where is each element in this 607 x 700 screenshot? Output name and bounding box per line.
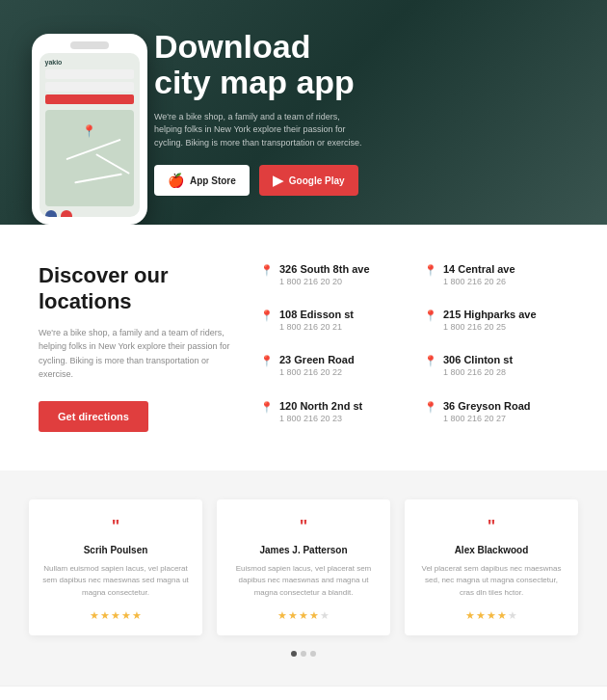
phone-screen-map: 📍	[45, 110, 134, 206]
dot-1[interactable]	[291, 651, 297, 657]
location-info: 14 Central ave 1 800 216 20 26	[443, 263, 515, 286]
get-directions-button[interactable]: Get directions	[39, 401, 148, 432]
location-info: 108 Edisson st 1 800 216 20 21	[279, 309, 354, 332]
location-pin-icon: 📍	[424, 264, 437, 277]
list-item: 📍 215 Highparks ave 1 800 216 20 25	[424, 309, 568, 340]
list-item: 📍 36 Greyson Road 1 800 216 20 27	[424, 400, 568, 432]
dot-2[interactable]	[301, 651, 306, 657]
list-item: 📍 108 Edisson st 1 800 216 20 21	[260, 309, 405, 340]
newsletter-section: Stay in touch, subscribe to our newslett…	[0, 686, 607, 700]
locations-description: We're a bike shop, a family and a team o…	[39, 326, 231, 382]
testimonial-card: " Scrih Poulsen Nullam euismod sapien la…	[29, 499, 202, 635]
location-pin-icon: 📍	[260, 355, 274, 367]
hero-section: yakio 📍 Download city map app	[0, 0, 607, 225]
testimonials-grid: " Scrih Poulsen Nullam euismod sapien la…	[29, 499, 578, 635]
phone-screen-button	[45, 94, 134, 104]
location-phone: 1 800 216 20 25	[443, 322, 537, 332]
phone-icon-gm	[61, 210, 72, 217]
location-phone: 1 800 216 20 26	[443, 277, 515, 286]
locations-title: Discover our locations	[39, 263, 231, 314]
location-phone: 1 800 216 20 20	[279, 277, 370, 286]
hero-content: Download city map app We're a bike shop,…	[154, 29, 366, 196]
location-name: 306 Clinton st	[443, 354, 513, 365]
locations-left-panel: Discover our locations We're a bike shop…	[39, 263, 231, 431]
location-name: 108 Edisson st	[279, 309, 354, 320]
location-name: 215 Highparks ave	[443, 309, 537, 320]
location-info: 306 Clinton st 1 800 216 20 28	[443, 354, 513, 377]
location-info: 326 South 8th ave 1 800 216 20 20	[279, 263, 370, 286]
location-info: 215 Highparks ave 1 800 216 20 25	[443, 309, 537, 332]
locations-grid: 📍 326 South 8th ave 1 800 216 20 20 📍 14…	[260, 263, 568, 431]
location-pin-icon: 📍	[424, 355, 437, 367]
list-item: 📍 14 Central ave 1 800 216 20 26	[424, 263, 568, 295]
testimonials-dots	[29, 651, 578, 657]
apple-icon: 🍎	[168, 173, 184, 188]
testimonial-card: " Alex Blackwood Vel placerat sem dapibu…	[405, 499, 578, 635]
phone-screen-input1	[45, 69, 134, 79]
phone-app-logo: yakio	[45, 59, 134, 66]
location-phone: 1 800 216 20 22	[279, 367, 355, 377]
location-phone: 1 800 216 20 23	[279, 414, 362, 423]
app-store-button[interactable]: 🍎 App Store	[154, 165, 250, 196]
location-pin-icon: 📍	[260, 310, 274, 322]
list-item: 📍 326 South 8th ave 1 800 216 20 20	[260, 263, 405, 295]
list-item: 📍 120 North 2nd st 1 800 216 20 23	[260, 400, 405, 432]
location-name: 14 Central ave	[443, 263, 515, 275]
testimonial-name: James J. Patterson	[230, 545, 377, 555]
location-name: 23 Green Road	[279, 354, 355, 365]
location-phone: 1 800 216 20 27	[443, 414, 530, 423]
quote-icon: "	[230, 517, 377, 537]
quote-icon: "	[418, 517, 565, 537]
testimonial-name: Scrih Poulsen	[42, 545, 189, 555]
star-rating: ★★★★★	[230, 609, 377, 622]
google-play-button[interactable]: ▶ Google Play	[259, 165, 358, 196]
location-phone: 1 800 216 20 21	[279, 322, 354, 332]
testimonial-name: Alex Blackwood	[418, 545, 565, 555]
location-info: 36 Greyson Road 1 800 216 20 27	[443, 400, 530, 423]
location-phone: 1 800 216 20 28	[443, 367, 513, 377]
location-pin-icon: 📍	[260, 401, 274, 414]
phone-screen-input2	[45, 82, 134, 92]
hero-description: We're a bike shop, a family and a team o…	[154, 111, 366, 150]
testimonials-section: " Scrih Poulsen Nullam euismod sapien la…	[0, 471, 607, 686]
dot-3[interactable]	[310, 651, 316, 657]
map-route-line	[66, 139, 120, 160]
map-pin-icon: 📍	[82, 124, 96, 138]
phone-mockup: yakio 📍	[19, 34, 159, 225]
hero-buttons: 🍎 App Store ▶ Google Play	[154, 165, 366, 196]
quote-icon: "	[42, 517, 189, 537]
phone-social-icons	[45, 210, 134, 217]
location-pin-icon: 📍	[424, 310, 437, 322]
star-rating: ★★★★★	[418, 609, 565, 622]
location-info: 23 Green Road 1 800 216 20 22	[279, 354, 355, 377]
location-name: 36 Greyson Road	[443, 400, 530, 412]
location-pin-icon: 📍	[260, 264, 274, 277]
star-rating: ★★★★★	[42, 609, 189, 622]
list-item: 📍 23 Green Road 1 800 216 20 22	[260, 354, 405, 386]
map-route-line3	[74, 174, 122, 184]
testimonial-card: " James J. Patterson Euismod sapien lacu…	[217, 499, 390, 635]
locations-section: Discover our locations We're a bike shop…	[0, 225, 607, 470]
testimonial-text: Nullam euismod sapien lacus, vel placera…	[42, 563, 189, 600]
list-item: 📍 306 Clinton st 1 800 216 20 28	[424, 354, 568, 386]
location-pin-icon: 📍	[424, 401, 437, 414]
hero-title: Download city map app	[154, 29, 366, 101]
play-icon: ▶	[273, 173, 283, 188]
map-route-line2	[95, 153, 130, 175]
testimonial-text: Euismod sapien lacus, vel placerat sem d…	[230, 563, 377, 600]
phone-icon-fb	[45, 210, 57, 217]
location-name: 120 North 2nd st	[279, 400, 362, 412]
location-name: 326 South 8th ave	[279, 263, 370, 275]
testimonial-text: Vel placerat sem dapibus nec maeswnas se…	[418, 563, 565, 600]
location-info: 120 North 2nd st 1 800 216 20 23	[279, 400, 362, 423]
